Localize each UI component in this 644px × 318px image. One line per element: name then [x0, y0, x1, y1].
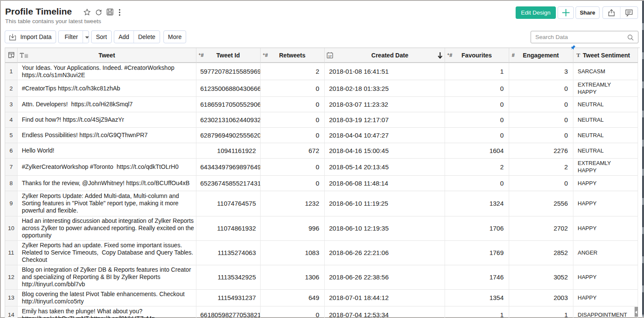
svg-text:17: 17: [328, 54, 332, 57]
